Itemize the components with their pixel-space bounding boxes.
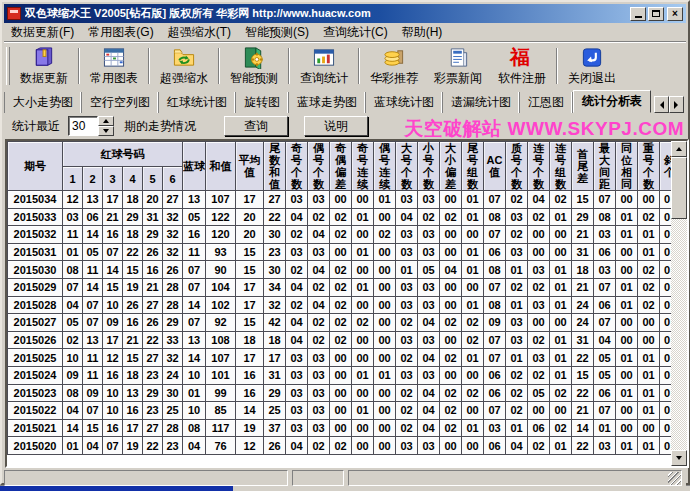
app-icon: [7, 7, 21, 20]
table-row-2015020: 2015020010407192223047612260402020000030…: [8, 437, 672, 455]
cell-stat: 04: [286, 278, 308, 296]
title-bar[interactable]: 双色球缩水王 V2005[钻石版] 版权所有 华彩网 http://www.hu…: [4, 4, 686, 23]
menu-item-1[interactable]: 数据更新(F): [4, 22, 81, 43]
cell-stat: 00: [440, 296, 462, 314]
cell-stat: 00: [374, 243, 396, 261]
scrollbar-thumb[interactable]: [671, 157, 687, 219]
toolbar-button-查询统计[interactable]: 查询统计: [292, 44, 356, 88]
tab-蓝球走势图[interactable]: 蓝球走势图: [289, 92, 366, 113]
cell-red: 26: [143, 243, 163, 261]
tab-蓝球统计图[interactable]: 蓝球统计图: [366, 92, 443, 113]
col-header-stat-1: 平均 值: [236, 142, 264, 191]
cell-red: 11: [83, 366, 103, 384]
cell-red: 32: [163, 226, 183, 244]
tab-空行空列图[interactable]: 空行空列图: [82, 92, 159, 113]
spinner-up-button[interactable]: [98, 116, 114, 126]
recent-periods-input[interactable]: 30: [68, 116, 98, 136]
table-row-2015022: 2015022040710162325108514250303000100020…: [8, 402, 672, 420]
cell-red: 07: [103, 437, 123, 455]
cell-stat: 00: [616, 243, 638, 261]
spinner-down-button[interactable]: [98, 126, 114, 136]
resize-grip[interactable]: [668, 472, 681, 485]
toolbar-button-超强缩水[interactable]: 超强缩水: [152, 44, 216, 88]
tab-江恩图[interactable]: 江恩图: [520, 92, 573, 113]
minimize-button[interactable]: [630, 7, 646, 21]
status-panel-1: [4, 470, 288, 486]
cell-blue: 11: [183, 243, 206, 261]
cell-stat: 03: [396, 243, 418, 261]
maximize-button[interactable]: [648, 7, 664, 21]
toolbar-button-华彩推荐[interactable]: 华彩推荐: [362, 44, 426, 88]
status-bar: [4, 470, 686, 486]
tab-遗漏统计图[interactable]: 遗漏统计图: [443, 92, 520, 113]
tab-scroll-right-button[interactable]: [669, 96, 684, 113]
toolbar-button-数据更新[interactable]: 数据更新: [12, 44, 76, 88]
close-button[interactable]: ×: [667, 7, 683, 21]
cell-stat: 19: [236, 419, 264, 437]
cell-stat: 04: [418, 349, 440, 367]
cell-stat: 01: [352, 366, 374, 384]
cell-stat: 00: [638, 191, 660, 209]
spinner-buttons: [98, 116, 114, 136]
cell-stat: 02: [638, 278, 660, 296]
query-button[interactable]: 查询: [224, 116, 288, 136]
cell-stat: 03: [396, 278, 418, 296]
cell-stat: 17: [236, 296, 264, 314]
tab-统计分析表[interactable]: 统计分析表: [573, 90, 651, 113]
toolbar-button-关闭退出[interactable]: 关闭退出: [560, 44, 624, 88]
cell-red: 16: [123, 314, 143, 332]
cell-period: 2015022: [8, 402, 63, 420]
menu-item-3[interactable]: 超强缩水(T): [161, 22, 238, 43]
menu-item-2[interactable]: 常用图表(G): [81, 22, 160, 43]
cell-red: 10: [103, 402, 123, 420]
cell-stat: 03: [308, 419, 330, 437]
cell-stat: 00: [616, 402, 638, 420]
tab-scroll-left-button[interactable]: [654, 96, 669, 113]
cell-stat: 01: [462, 208, 484, 226]
menu-item-6[interactable]: 帮助(H): [395, 22, 450, 43]
cell-stat: 04: [286, 314, 308, 332]
cell-red: 10: [103, 384, 123, 402]
table-row-2015025: 2015025101112152732141071717030300000002…: [8, 349, 672, 367]
cell-red: 30: [163, 384, 183, 402]
tab-大小走势图[interactable]: 大小走势图: [4, 92, 82, 113]
tab-红球统计图[interactable]: 红球统计图: [159, 92, 236, 113]
cell-stat: 03: [396, 296, 418, 314]
cell-period: 2015026: [8, 331, 63, 349]
scroll-down-button[interactable]: [671, 450, 687, 466]
table-row-2015023: 2015023080910132930019916290303000000020…: [8, 384, 672, 402]
cell-red: 16: [103, 419, 123, 437]
exit-back-arrow-icon: [580, 46, 604, 69]
cell-red: 17: [103, 331, 123, 349]
cell-red: 11: [63, 226, 83, 244]
cell-stat: 02: [330, 437, 352, 455]
cell-red: 04: [63, 296, 83, 314]
cell-stat: 03: [396, 226, 418, 244]
scroll-up-button[interactable]: [671, 141, 687, 157]
toolbar: 数据更新常用图表超强缩水智能预测查询统计华彩推荐彩票新闻福软件注册关闭退出: [4, 42, 686, 89]
vertical-scrollbar[interactable]: [671, 141, 687, 466]
cell-stat: 03: [286, 243, 308, 261]
cell-stat: 00: [374, 384, 396, 402]
cell-red: 04: [83, 437, 103, 455]
menu-item-4[interactable]: 智能预测(S): [238, 22, 316, 43]
cell-stat: 04: [286, 208, 308, 226]
help-button[interactable]: 说明: [304, 116, 368, 136]
cell-stat: 92: [206, 314, 236, 332]
cell-stat: 03: [594, 437, 616, 455]
cell-stat: 03: [286, 366, 308, 384]
cell-stat: 02: [308, 208, 330, 226]
tab-旋转图[interactable]: 旋转图: [236, 92, 289, 113]
menu-item-5[interactable]: 查询统计(C): [316, 22, 395, 43]
toolbar-grip[interactable]: [6, 47, 10, 85]
cell-red: 13: [83, 331, 103, 349]
toolbar-button-常用图表[interactable]: 常用图表: [82, 44, 146, 88]
cell-stat: 05: [594, 366, 616, 384]
cell-stat: 01: [616, 437, 638, 455]
toolbar-button-智能预测[interactable]: 智能预测: [222, 44, 286, 88]
toolbar-button-软件注册[interactable]: 福软件注册: [490, 44, 554, 88]
cell-stat: 06: [594, 384, 616, 402]
toolbar-button-彩票新闻[interactable]: 彩票新闻: [426, 44, 490, 88]
cell-red: 09: [83, 384, 103, 402]
cell-stat: 18: [264, 331, 286, 349]
